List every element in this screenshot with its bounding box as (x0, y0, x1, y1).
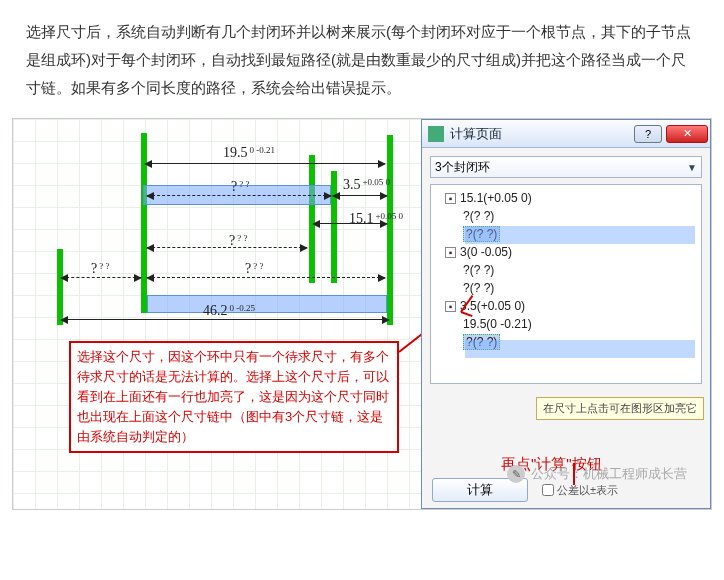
collapse-icon[interactable]: ▪ (445, 193, 456, 204)
dim-label: 19.50 -0.21 (223, 145, 275, 161)
dim-line[interactable] (61, 277, 141, 278)
collapse-icon[interactable]: ▪ (445, 301, 456, 312)
dim-label: 3.5+0.05 0 (343, 177, 390, 193)
tree-leaf[interactable]: ?(? ?) (433, 279, 699, 297)
dim-line[interactable] (147, 195, 331, 196)
tooltip: 在尺寸上点击可在图形区加亮它 (536, 397, 704, 420)
ring-tree[interactable]: ▪15.1(+0.05 0) ?(? ?) ?(? ?) ▪3(0 -0.05)… (430, 184, 702, 384)
dim-line[interactable] (147, 247, 307, 248)
bar (57, 249, 63, 325)
canvas-highlight (147, 295, 387, 313)
window-title: 计算页面 (450, 125, 632, 143)
bar (309, 155, 315, 283)
collapse-icon[interactable]: ▪ (445, 247, 456, 258)
tolerance-checkbox[interactable]: 公差以±表示 (542, 483, 618, 498)
watermark: ✎ 公众号：机械工程师成长营 (507, 465, 687, 483)
dim-label: 15.1+0.05 0 (349, 211, 403, 227)
dim-label: ?? ? (245, 261, 263, 277)
checkbox-input[interactable] (542, 484, 554, 496)
tree-node[interactable]: ▪15.1(+0.05 0) (433, 189, 699, 207)
dim-line[interactable] (333, 195, 387, 196)
dim-label: ?? ? (229, 233, 247, 249)
dim-label: ?? ? (91, 261, 109, 277)
titlebar[interactable]: 计算页面 ? ✕ (422, 120, 710, 148)
drawing-canvas: 19.50 -0.21 ?? ? 3.5+0.05 0 15.1+0.05 0 … (13, 119, 423, 509)
tree-highlight (465, 340, 695, 358)
tree-node[interactable]: ▪3.5(+0.05 0) (433, 297, 699, 315)
chevron-down-icon: ▼ (687, 162, 697, 173)
bar (387, 135, 393, 325)
dim-label: ?? ? (231, 179, 249, 195)
intro-text: 选择尺寸后，系统自动判断有几个封闭环并以树来展示(每个封闭环对应于一个根节点，其… (0, 0, 724, 112)
dim-line[interactable] (147, 277, 385, 278)
tree-leaf[interactable]: ?(? ?) (433, 261, 699, 279)
ring-dropdown[interactable]: 3个封闭环 ▼ (430, 156, 702, 178)
dim-line[interactable] (61, 319, 389, 320)
close-button[interactable]: ✕ (666, 125, 708, 143)
tree-node[interactable]: ▪3(0 -0.05) (433, 243, 699, 261)
tree-leaf[interactable]: 19.5(0 -0.21) (433, 315, 699, 333)
wechat-icon: ✎ (507, 465, 525, 483)
callout-box: 选择这个尺寸，因这个环中只有一个待求尺寸，有多个待求尺寸的话是无法计算的。选择上… (69, 341, 399, 453)
help-button[interactable]: ? (634, 125, 662, 143)
workspace: 19.50 -0.21 ?? ? 3.5+0.05 0 15.1+0.05 0 … (12, 118, 712, 510)
tree-leaf[interactable]: ?(? ?) (433, 207, 699, 225)
bar (331, 171, 337, 283)
dim-line[interactable] (145, 163, 385, 164)
dim-label: 46.20 -0.25 (203, 303, 255, 319)
tree-highlight (465, 226, 695, 244)
app-icon (428, 126, 444, 142)
dropdown-value: 3个封闭环 (435, 159, 490, 176)
panel-body: 3个封闭环 ▼ ▪15.1(+0.05 0) ?(? ?) ?(? ?) ▪3(… (422, 148, 710, 392)
